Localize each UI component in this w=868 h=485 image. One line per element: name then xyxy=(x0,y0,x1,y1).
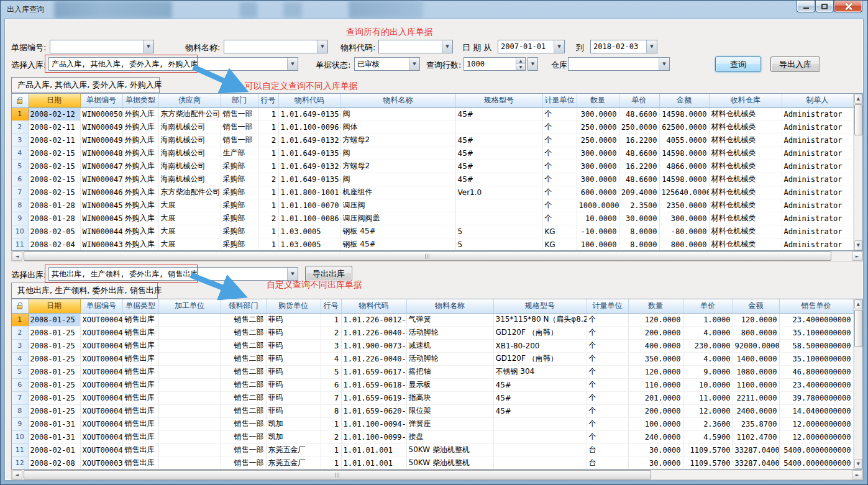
column-header[interactable]: 单据编号 xyxy=(80,94,122,107)
scroll-up-icon[interactable]: ▲ xyxy=(854,94,863,104)
cell[interactable]: GD120F （南韩） xyxy=(493,326,587,339)
cell[interactable]: 销售一部 xyxy=(221,417,266,430)
cell[interactable]: 销售二部 xyxy=(221,313,266,326)
cell[interactable]: Administrator xyxy=(782,173,853,186)
cell[interactable]: 材料仓机械类 xyxy=(709,147,782,160)
cell[interactable]: 4055.0000 xyxy=(659,134,709,147)
row-number[interactable]: 1 xyxy=(12,313,28,326)
cell[interactable]: XOUT000039 xyxy=(80,456,122,469)
cell[interactable]: 2008-01-25 xyxy=(28,365,80,378)
column-header[interactable]: 单据类型 xyxy=(122,94,158,107)
table-row[interactable]: 52008-02-15WIN000047外购入库海南机械公司采购部11.01.6… xyxy=(12,160,853,173)
cell[interactable]: 材料仓机械类 xyxy=(709,212,782,225)
cell[interactable]: 2008-02-12 xyxy=(28,107,80,120)
cell[interactable]: 大展 xyxy=(158,199,221,212)
column-header[interactable]: 单价 xyxy=(619,94,659,107)
out-type-value[interactable]: 其他出库, 生产领料, 委外出库, 销售出库 xyxy=(49,268,287,280)
cell[interactable]: 1000.0000 xyxy=(577,199,619,212)
cell[interactable]: 16.2200 xyxy=(619,134,659,147)
spinner-down-icon[interactable]: ▼ xyxy=(516,64,525,70)
cell[interactable]: 东方柴油配件公司 xyxy=(158,107,221,120)
in-grid[interactable]: 日期单据编号单据类型供应商部门行号物料代码物料名称规格型号计量单位数量单价金额收… xyxy=(11,93,863,251)
cell[interactable]: 采购部 xyxy=(221,186,258,199)
cell[interactable]: 菲码 xyxy=(266,313,321,326)
column-header[interactable]: 计量单位 xyxy=(542,94,577,107)
column-header[interactable]: 金额 xyxy=(733,299,779,313)
bill-no-combo[interactable]: ▼ xyxy=(50,40,154,53)
cell[interactable]: 100.0000 xyxy=(577,238,619,250)
scroll-track[interactable] xyxy=(854,104,863,240)
cell[interactable]: 销售出库 xyxy=(122,326,158,339)
cell[interactable]: 16.2200 xyxy=(619,160,659,173)
scroll-thumb[interactable] xyxy=(854,104,863,135)
cell[interactable]: 1 xyxy=(258,107,278,120)
query-button[interactable]: 查询 xyxy=(715,57,761,72)
bill-no-value[interactable] xyxy=(50,40,143,53)
cell[interactable]: 35.1000000000 xyxy=(779,326,853,339)
cell[interactable]: 14598.0000 xyxy=(659,173,709,186)
row-number[interactable]: 2 xyxy=(12,326,28,339)
table-row[interactable]: 12008-02-12WIN000050外购入库东方柴油配件公司销售一部11.0… xyxy=(12,107,853,120)
cell[interactable]: 销售二部 xyxy=(221,391,266,404)
cell[interactable]: 个 xyxy=(542,160,577,173)
cell[interactable]: 销售一部 xyxy=(221,443,266,456)
cell[interactable] xyxy=(158,391,221,404)
cell[interactable]: 92000.0000 xyxy=(733,339,779,352)
scroll-up-icon[interactable]: ▲ xyxy=(854,299,863,309)
cell[interactable]: 材料仓机械类 xyxy=(709,199,782,212)
cell[interactable]: 1.03.0005 xyxy=(278,238,340,250)
cell[interactable]: 菲码 xyxy=(266,391,321,404)
cell[interactable]: 2008-01-31 xyxy=(28,430,80,443)
cell[interactable]: 1.0000 xyxy=(683,313,733,326)
cell[interactable]: 48.6600 xyxy=(619,147,659,160)
cell[interactable]: 东莞五金厂 xyxy=(266,456,321,469)
column-header[interactable]: 物料代码 xyxy=(341,299,406,313)
row-number[interactable]: 3 xyxy=(12,339,28,352)
cell[interactable]: 2008-01-28 xyxy=(28,199,80,212)
cell[interactable]: 销售出库 xyxy=(122,391,158,404)
cell[interactable]: WIN000045 xyxy=(80,212,122,225)
column-header[interactable]: 供应商 xyxy=(158,94,221,107)
cell[interactable]: 10.0000 xyxy=(683,378,733,391)
cell[interactable]: 1.01.659-0619-000 xyxy=(341,391,406,404)
cell[interactable]: 14598.0000 xyxy=(659,107,709,120)
in-type-combo[interactable]: 产品入库, 其他入库, 委外入库, 外购入库 ▼ xyxy=(48,57,298,71)
cell[interactable]: 材料仓机械类 xyxy=(709,160,782,173)
column-header[interactable]: 数量 xyxy=(577,94,619,107)
cell[interactable]: WIN000050 xyxy=(80,107,122,120)
cell[interactable]: 外购入库 xyxy=(122,186,158,199)
cell[interactable]: 1 xyxy=(258,199,278,212)
minimize-button[interactable] xyxy=(797,1,815,12)
cell[interactable]: 30.0000 xyxy=(619,212,659,225)
cell[interactable]: 销售出库 xyxy=(122,313,158,326)
cell[interactable]: 1.01.100-0094-000 xyxy=(341,417,406,430)
cell[interactable]: 2008-01-25 xyxy=(28,352,80,365)
cell[interactable]: XOUT000042 xyxy=(80,365,122,378)
cell[interactable]: 2008-01-25 xyxy=(28,378,80,391)
cell[interactable]: 2008-01-25 xyxy=(28,326,80,339)
status-value[interactable]: 已审核 xyxy=(355,58,409,70)
cell[interactable]: 菲码 xyxy=(266,326,321,339)
cell[interactable]: WIN000043 xyxy=(80,238,122,250)
cell[interactable]: 600.0000 xyxy=(577,186,619,199)
column-header[interactable]: 物料名称 xyxy=(340,94,455,107)
cell[interactable] xyxy=(158,365,221,378)
cell[interactable]: 大展 xyxy=(158,212,221,225)
column-header[interactable]: 单据类型 xyxy=(122,299,158,313)
row-number[interactable]: 11 xyxy=(12,238,28,250)
cell[interactable] xyxy=(455,120,542,134)
cell[interactable]: 2008-01-28 xyxy=(28,212,80,225)
cell[interactable]: 1.01.100-0086-000 xyxy=(278,212,340,225)
cell[interactable]: 2 xyxy=(321,326,341,339)
cell[interactable]: 个 xyxy=(542,147,577,160)
cell[interactable]: 45# xyxy=(493,391,587,404)
title-bar[interactable]: 出入库查询 xyxy=(1,1,867,19)
cell[interactable] xyxy=(158,339,221,352)
cell[interactable] xyxy=(493,417,587,430)
maximize-button[interactable] xyxy=(815,1,834,12)
cell[interactable]: 1.01.649-0135-000 xyxy=(278,107,340,120)
cell[interactable]: 个 xyxy=(542,107,577,120)
cell[interactable]: 销售二部 xyxy=(221,326,266,339)
scroll-track[interactable] xyxy=(22,252,852,261)
column-header[interactable]: 购货单位 xyxy=(266,299,321,313)
